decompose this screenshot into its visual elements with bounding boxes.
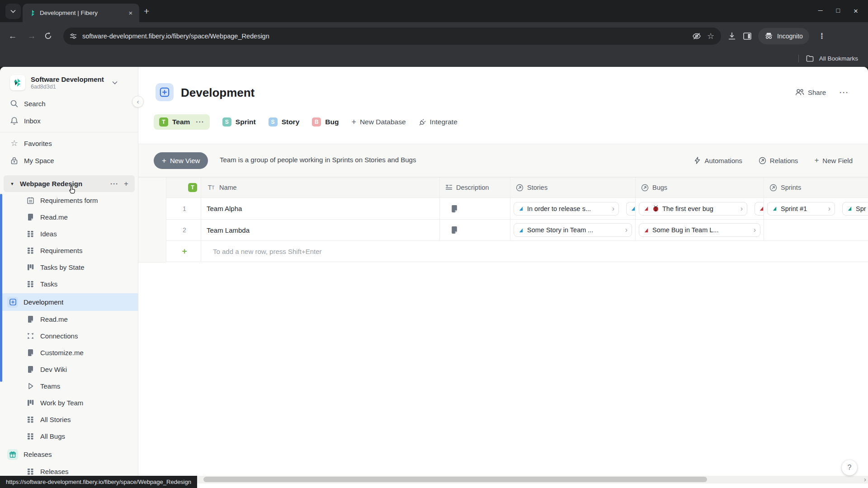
page-menu-icon[interactable]: ··· [840,89,849,96]
view-label: Requirements form [40,197,98,204]
new-tab-button[interactable]: + [144,6,149,17]
horizontal-scrollbar-thumb[interactable] [203,477,707,482]
description-cell[interactable] [440,220,510,240]
column-header-bugs[interactable]: Bugs [636,178,764,197]
new-view-button[interactable]: + New View [154,152,208,169]
bug-chip[interactable]: Some Bug in Team L... › [639,223,760,237]
sidebar-view-all-bugs[interactable]: All Bugs [0,428,138,445]
chevron-right-icon[interactable]: › [825,205,830,213]
story-chip[interactable]: Some Story in Team ... › [514,223,632,237]
tab-close-icon[interactable]: × [127,9,135,17]
share-button[interactable]: Share [795,88,826,97]
integrate-button[interactable]: Integrate [419,118,458,126]
sidebar-scrollbar[interactable] [0,194,2,382]
database-tab-story[interactable]: S Story [269,117,300,127]
sidebar-item-inbox[interactable]: Inbox [0,112,138,129]
all-bookmarks-button[interactable]: All Bookmarks [819,55,858,62]
stories-cell[interactable]: Some Story in Team ... › [510,220,636,240]
download-icon[interactable] [727,32,736,41]
bugs-cell[interactable]: The first ever bug › [636,198,764,219]
sidebar-view-work-by-team[interactable]: Work by Team [0,394,138,411]
browser-menu-icon[interactable]: ⁞ [816,31,828,41]
column-header-name[interactable]: TT Name [201,178,440,197]
story-chip[interactable]: In order to release s... › [514,202,619,216]
eye-off-icon[interactable] [692,32,701,41]
side-panel-icon[interactable] [743,32,752,41]
automations-button[interactable]: Automations [694,156,742,165]
sidebar-view-teams[interactable]: Teams [0,378,138,394]
relations-button[interactable]: Relations [759,156,798,165]
sidebar-view-dev-wiki[interactable]: Dev Wiki [0,361,138,378]
description-cell[interactable] [440,198,510,219]
sidebar-view-requirements[interactable]: Requirements [0,242,138,259]
tab-search-button[interactable] [5,4,21,19]
chevron-right-icon[interactable]: › [622,226,627,234]
window-close-button[interactable]: × [854,7,858,16]
column-header-description[interactable]: Description [440,178,510,197]
sprint-chip[interactable]: Sprint #1 › [767,202,835,216]
name-cell[interactable]: Team Alpha [201,198,440,219]
screen: Development | Fibery × + ─ □ × ← → softw… [0,0,868,488]
sprints-cell[interactable] [764,220,868,240]
sidebar-item-favorites[interactable]: ☆ Favorites [0,135,138,152]
scroll-right-icon[interactable]: › [864,475,866,483]
bug-chip-clipped[interactable] [755,202,764,216]
row-number[interactable]: 1 [166,198,201,219]
sidebar-view-readme[interactable]: Read.me [0,209,138,225]
document-icon [450,204,459,213]
sprints-cell[interactable]: Sprint #1 › Spr [764,198,868,219]
sidebar-collapse-button[interactable]: ‹ [132,96,144,108]
chevron-right-icon[interactable]: › [609,205,614,213]
column-header-stories[interactable]: Stories [510,178,636,197]
window-minimize-button[interactable]: ─ [818,7,823,16]
url-text[interactable]: software-development.fibery.io/fibery/sp… [82,33,687,40]
sidebar-view-tasks-by-state[interactable]: Tasks by State [0,259,138,276]
sidebar-view-tasks[interactable]: Tasks [0,276,138,292]
sidebar-view-connections[interactable]: Connections [0,328,138,344]
document-icon [26,213,35,221]
workspace-switcher[interactable]: Software Development 6ad8d3d1 [0,70,138,95]
database-tab-sprint[interactable]: S Sprint [222,117,256,127]
new-database-button[interactable]: + New Database [351,117,406,127]
story-chip-clipped[interactable] [626,202,635,216]
bug-chip[interactable]: The first ever bug › [639,202,747,216]
chevron-right-icon[interactable]: › [750,226,756,234]
sidebar-view-ideas[interactable]: Ideas [0,225,138,242]
column-header-sprints[interactable]: Sprints [764,178,868,197]
sidebar-view-all-stories[interactable]: All Stories [0,411,138,428]
browser-tab[interactable]: Development | Fibery × [23,4,139,22]
database-tab-bug[interactable]: B Bug [312,117,339,127]
site-info-icon[interactable] [70,33,77,40]
incognito-icon [764,32,773,40]
triangle-expanded-icon[interactable]: ▼ [10,182,14,186]
space-menu-icon[interactable]: ··· [110,180,118,188]
add-row-plus[interactable]: + [166,241,201,262]
url-bar[interactable]: software-development.fibery.io/fibery/sp… [63,28,721,45]
database-menu-icon[interactable]: ··· [196,118,204,126]
sprint-chip-clipped[interactable]: Spr [842,202,868,216]
bookmark-star-icon[interactable]: ☆ [707,32,715,40]
new-field-button[interactable]: + New Field [814,156,853,165]
database-tab-team[interactable]: T Team ··· [154,114,210,130]
add-row[interactable]: + To add a new row, press Shift+Enter [166,241,868,262]
sidebar-item-search[interactable]: Search [0,95,138,112]
incognito-badge[interactable]: Incognito [758,28,809,44]
reload-icon[interactable] [44,32,57,40]
back-icon[interactable]: ← [6,31,19,41]
help-button[interactable]: ? [842,460,857,475]
add-row-hint-cell[interactable]: To add a new row, press Shift+Enter [201,241,868,262]
bugs-cell[interactable]: Some Bug in Team L... › [636,220,764,240]
space-add-icon[interactable]: + [124,179,128,188]
window-maximize-button[interactable]: □ [836,7,840,16]
sidebar-item-my-space[interactable]: My Space [0,152,138,169]
sidebar-space-releases[interactable]: Releases [0,446,138,463]
chevron-right-icon[interactable]: › [737,205,743,213]
name-cell[interactable]: Team Lambda [201,220,440,240]
row-number[interactable]: 2 [166,220,201,240]
stories-cell[interactable]: In order to release s... › [510,198,636,219]
sidebar-view-customizeme[interactable]: Customize.me [0,344,138,361]
forward-icon[interactable]: → [25,31,38,41]
sidebar-view-dev-readme[interactable]: Read.me [0,311,138,328]
sidebar-space-development[interactable]: Development [0,293,138,311]
add-row-hint: To add a new row, press Shift+Enter [207,248,322,255]
